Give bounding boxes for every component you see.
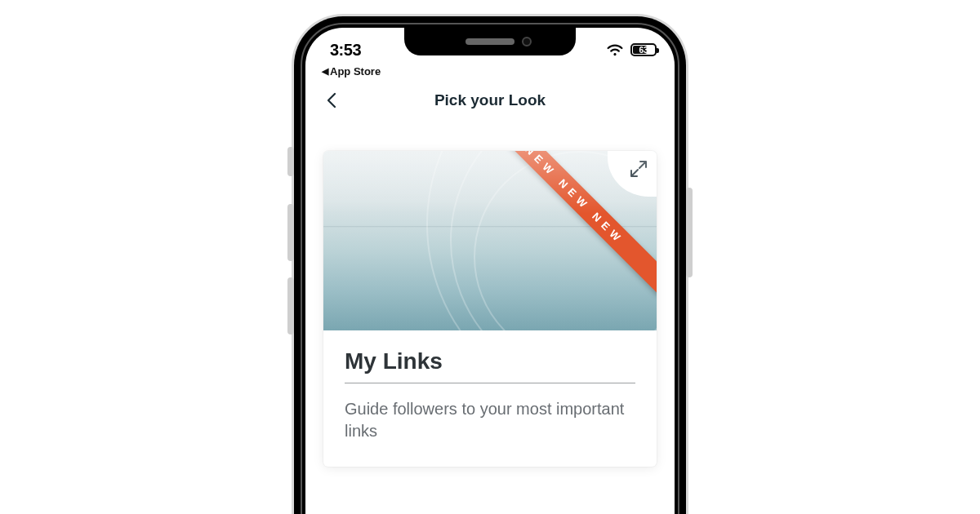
- card-divider: [345, 383, 635, 383]
- volume-down-button: [287, 277, 294, 335]
- power-button: [686, 188, 693, 277]
- breadcrumb-label: App Store: [330, 65, 381, 78]
- status-time: 3:53: [330, 41, 361, 60]
- expand-button[interactable]: [608, 151, 657, 197]
- card-body: My Links Guide followers to your most im…: [323, 330, 657, 467]
- screen: 3:53 63 ◀ A: [305, 28, 675, 514]
- expand-icon: [629, 159, 648, 179]
- back-button[interactable]: [318, 86, 346, 114]
- page-title: Pick your Look: [434, 91, 546, 109]
- battery-icon: 63: [630, 43, 657, 56]
- notch: [404, 28, 576, 55]
- phone-frame: 3:53 63 ◀ A: [294, 16, 686, 514]
- speaker-grille: [466, 38, 514, 45]
- wifi-icon: [606, 43, 624, 56]
- triangle-left-icon: ◀: [322, 66, 328, 77]
- chevron-left-icon: [324, 92, 341, 109]
- card-title: My Links: [345, 348, 635, 383]
- content-area: NEW NEW NEW NEW My Links Guide followers…: [305, 122, 675, 467]
- nav-bar: Pick your Look: [305, 79, 675, 122]
- volume-up-button: [287, 204, 294, 261]
- new-ribbon: NEW NEW NEW NEW: [439, 151, 657, 296]
- mute-switch: [287, 147, 294, 176]
- card-hero-image: NEW NEW NEW NEW: [323, 151, 657, 330]
- card-description: Guide followers to your most important l…: [345, 398, 635, 442]
- look-card[interactable]: NEW NEW NEW NEW My Links Guide followers…: [323, 151, 657, 467]
- back-to-app-breadcrumb[interactable]: ◀ App Store: [305, 65, 675, 79]
- front-camera: [522, 37, 532, 47]
- battery-percentage: 63: [639, 46, 648, 55]
